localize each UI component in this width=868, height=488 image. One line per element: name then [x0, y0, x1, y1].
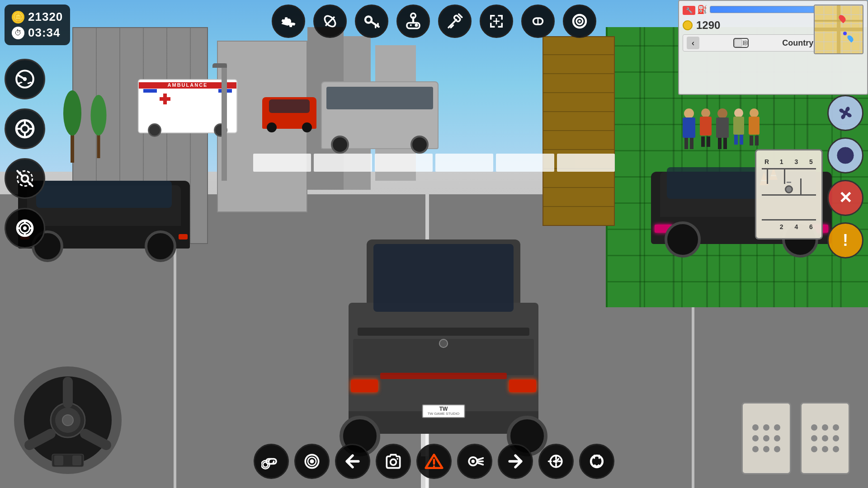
wheel-button[interactable] — [5, 108, 45, 149]
dot — [811, 435, 817, 441]
radio-prev-button[interactable]: ‹ — [687, 37, 699, 49]
wheel-icon — [14, 117, 36, 140]
heal-button[interactable] — [313, 5, 347, 38]
engine-icon — [546, 451, 566, 471]
headlamp-button[interactable] — [457, 444, 492, 479]
dot — [752, 424, 759, 431]
gear-pattern: R 1 3 5 2 4 6 — [762, 158, 816, 230]
dot — [752, 446, 759, 452]
tire-button[interactable] — [563, 5, 596, 38]
building-brown — [542, 36, 615, 226]
speedometer-icon — [14, 68, 36, 90]
dot — [822, 435, 828, 441]
gear-3: 3 — [791, 158, 801, 165]
svg-point-69 — [472, 460, 475, 463]
nitro-button[interactable] — [521, 5, 555, 38]
steering-wheel[interactable] — [14, 366, 122, 474]
dot — [833, 446, 839, 452]
gear-R: R — [762, 158, 772, 165]
coupling-button[interactable] — [254, 444, 289, 479]
lamp-icon — [465, 451, 485, 471]
svg-point-65 — [396, 458, 398, 460]
gas-pedal[interactable] — [800, 402, 850, 474]
dot — [763, 424, 769, 431]
svg-point-60 — [261, 460, 269, 469]
svg-point-63 — [310, 459, 314, 463]
speedometer-button[interactable] — [5, 59, 45, 99]
crosswalk — [253, 154, 615, 172]
fan-icon — [835, 103, 855, 123]
headlight-icon — [835, 145, 855, 165]
gear-top-row: R 1 3 5 — [762, 158, 816, 165]
resize-icon — [487, 12, 506, 31]
dot — [763, 435, 769, 441]
street-lamp — [222, 63, 227, 181]
dot — [833, 424, 839, 431]
gear-vline-3 — [800, 178, 802, 196]
settings-icon — [279, 12, 298, 31]
gear-2: 2 — [777, 223, 787, 230]
connector-button[interactable] — [579, 444, 614, 479]
hazard-button[interactable] — [416, 444, 452, 479]
svg-line-72 — [478, 463, 483, 465]
mission-button[interactable] — [396, 5, 430, 38]
svg-point-67 — [433, 465, 435, 467]
svg-point-21 — [578, 20, 580, 22]
repair-icon — [14, 167, 36, 190]
dot — [811, 424, 817, 431]
dot — [774, 424, 780, 431]
horn-button[interactable] — [294, 444, 330, 479]
tree-left — [63, 90, 81, 163]
dot — [822, 446, 828, 452]
repair-button[interactable] — [5, 158, 45, 199]
dot — [774, 435, 780, 441]
dot — [752, 435, 759, 441]
brake-pedal[interactable] — [741, 402, 791, 474]
settings-button[interactable] — [272, 5, 305, 38]
svg-point-45 — [62, 415, 73, 426]
gas-dots — [807, 420, 844, 457]
gear-hline-mid — [762, 194, 816, 196]
forward-arrow-icon — [505, 451, 525, 471]
forward-button[interactable] — [498, 444, 533, 479]
capsule-icon — [528, 12, 547, 31]
close-icon: ✕ — [839, 190, 852, 206]
gear-1: 1 — [777, 158, 787, 165]
camera-button[interactable] — [376, 444, 411, 479]
fan-button[interactable] — [827, 95, 863, 131]
svg-point-8 — [411, 14, 416, 19]
boost-button[interactable] — [438, 5, 472, 38]
reverse-button[interactable] — [335, 444, 370, 479]
gear-bottom-row: 2 4 6 — [762, 223, 816, 230]
back-arrow-icon — [343, 451, 363, 471]
dot — [833, 435, 839, 441]
gear-vline-1 — [767, 168, 768, 184]
gear-5: 5 — [806, 158, 816, 165]
alert-button[interactable]: ! — [827, 222, 863, 258]
svg-point-23 — [23, 77, 27, 81]
headlight-button[interactable] — [827, 137, 863, 174]
player-car: TW TW GAME STUDIO — [349, 239, 538, 465]
close-button[interactable]: ✕ — [827, 180, 863, 216]
tree-left2 — [90, 95, 106, 158]
bolt-icon — [14, 217, 36, 239]
npc-van — [321, 81, 439, 149]
bolt-button[interactable] — [5, 208, 45, 249]
dot — [763, 446, 769, 452]
syringe-icon — [445, 12, 464, 31]
pill-icon — [321, 12, 340, 31]
svg-line-70 — [478, 458, 483, 460]
npc-car-red — [262, 97, 316, 129]
camera-icon — [383, 451, 403, 471]
svg-rect-51 — [72, 455, 81, 465]
radio-next-button[interactable]: › — [847, 37, 859, 49]
gear-4: 4 — [791, 223, 801, 230]
tire-icon — [570, 12, 589, 31]
gear-hline-bot — [762, 219, 816, 221]
engine-button[interactable] — [538, 444, 574, 479]
gear-selector — [787, 182, 791, 183]
key-button[interactable] — [355, 5, 388, 38]
gear-shift[interactable]: R 1 3 5 2 4 6 — [755, 149, 823, 239]
resize-button[interactable] — [480, 5, 513, 38]
gear-empty — [762, 223, 772, 230]
